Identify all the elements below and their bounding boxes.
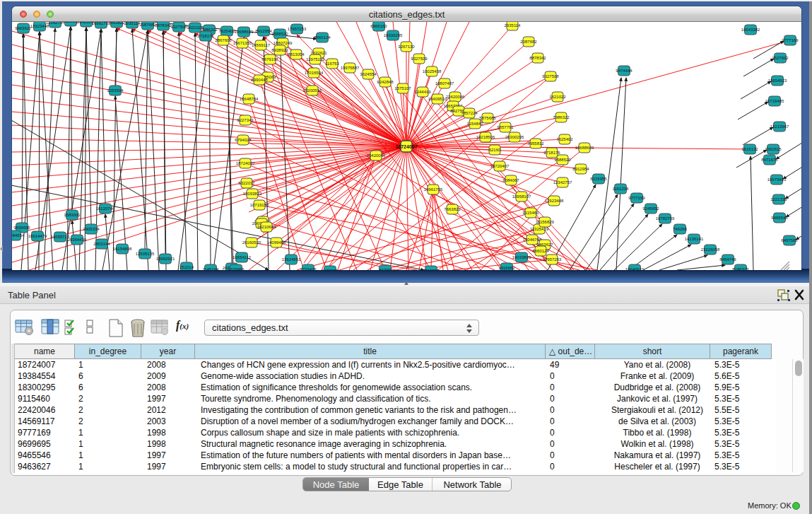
svg-text:8660124: 8660124: [314, 35, 331, 40]
svg-text:18300295: 18300295: [384, 33, 403, 37]
svg-text:9327508: 9327508: [542, 74, 559, 78]
svg-text:1362615: 1362615: [765, 147, 782, 151]
svg-text:18724007: 18724007: [236, 161, 255, 165]
svg-text:14099486: 14099486: [267, 240, 286, 245]
svg-text:9245652: 9245652: [642, 206, 659, 211]
svg-text:7625402: 7625402: [218, 29, 235, 33]
svg-text:20364436: 20364436: [68, 238, 87, 242]
svg-text:3624554: 3624554: [360, 72, 377, 76]
svg-text:8878342: 8878342: [529, 56, 546, 60]
svg-text:7625402: 7625402: [556, 137, 573, 141]
svg-text:8454749: 8454749: [719, 257, 736, 262]
svg-text:8813054: 8813054: [288, 52, 305, 57]
svg-text:16210644: 16210644: [257, 225, 276, 229]
svg-text:16409510: 16409510: [428, 97, 447, 101]
svg-text:14136141: 14136141: [685, 237, 704, 241]
svg-text:1244419: 1244419: [414, 90, 431, 94]
svg-text:2718176: 2718176: [197, 34, 214, 38]
svg-text:1161204: 1161204: [613, 187, 630, 191]
svg-text:1353594: 1353594: [107, 88, 124, 93]
svg-text:23226058: 23226058: [701, 247, 720, 252]
svg-text:1916682: 1916682: [498, 266, 515, 270]
svg-text:6679197: 6679197: [261, 57, 278, 62]
svg-text:1615132: 1615132: [741, 147, 758, 151]
svg-text:8878342: 8878342: [155, 23, 172, 28]
svg-text:16640910: 16640910: [625, 267, 645, 270]
svg-text:41700: 41700: [379, 268, 392, 270]
svg-text:5322037: 5322037: [238, 181, 255, 185]
svg-text:16033809: 16033809: [512, 255, 531, 259]
svg-text:15720407: 15720407: [490, 164, 510, 168]
svg-text:11156829: 11156829: [536, 220, 554, 224]
svg-text:9777169: 9777169: [628, 196, 645, 200]
svg-text:1575107: 1575107: [394, 86, 411, 90]
svg-text:16914479: 16914479: [28, 234, 47, 238]
svg-text:8912954: 8912954: [255, 29, 272, 33]
svg-text:12342757: 12342757: [553, 180, 572, 185]
svg-text:14569117: 14569117: [252, 43, 271, 47]
svg-text:9227343: 9227343: [237, 118, 254, 122]
svg-text:9327508: 9327508: [170, 25, 187, 29]
svg-text:23420046: 23420046: [367, 153, 386, 158]
svg-text:2803144: 2803144: [93, 242, 110, 246]
svg-text:13524851: 13524851: [282, 257, 301, 262]
svg-text:11325419: 11325419: [530, 227, 549, 231]
svg-text:10654112: 10654112: [233, 255, 252, 259]
svg-text:7955812: 7955812: [527, 141, 544, 146]
svg-text:2905334: 2905334: [83, 227, 100, 231]
svg-text:10688609: 10688609: [575, 146, 594, 150]
svg-text:2867608: 2867608: [215, 38, 232, 42]
svg-text:1498222: 1498222: [322, 269, 339, 270]
svg-text:16671355: 16671355: [233, 41, 252, 45]
svg-text:2935114: 2935114: [124, 22, 141, 25]
svg-text:1583001: 1583001: [64, 213, 81, 217]
svg-text:12213967: 12213967: [770, 124, 789, 129]
svg-text:1154840: 1154840: [467, 122, 484, 126]
svg-text:9084067: 9084067: [502, 178, 519, 182]
svg-text:12505135: 12505135: [136, 252, 155, 256]
svg-text:10719155: 10719155: [250, 203, 269, 207]
svg-text:2087682: 2087682: [139, 23, 156, 27]
svg-text:7515526: 7515526: [423, 269, 440, 270]
svg-text:8912954: 8912954: [572, 167, 589, 171]
svg-text:6497568: 6497568: [781, 238, 798, 243]
svg-text:9777169: 9777169: [782, 38, 799, 42]
svg-text:1145194: 1145194: [203, 267, 220, 270]
svg-text:1527602: 1527602: [772, 56, 789, 60]
svg-text:6794028: 6794028: [235, 138, 252, 142]
svg-text:17957253: 17957253: [543, 257, 562, 262]
svg-text:7986322: 7986322: [553, 115, 570, 119]
svg-text:9657791: 9657791: [497, 125, 514, 129]
svg-text:7857224: 7857224: [461, 111, 478, 115]
svg-text:8990448: 8990448: [251, 78, 268, 82]
svg-text:7663822: 7663822: [108, 22, 125, 25]
svg-text:8938923: 8938923: [271, 48, 288, 52]
svg-text:9474444: 9474444: [616, 69, 632, 73]
svg-text:9327509: 9327509: [411, 57, 428, 61]
svg-text:10807487: 10807487: [435, 81, 454, 86]
svg-text:26160520: 26160520: [242, 240, 261, 245]
svg-text:2935114: 2935114: [505, 23, 522, 28]
svg-text:8471676: 8471676: [761, 158, 778, 162]
svg-text:10025438: 10025438: [423, 69, 442, 74]
svg-text:6966160: 6966160: [370, 24, 387, 28]
svg-text:9115460: 9115460: [523, 211, 540, 215]
svg-text:12975115: 12975115: [306, 57, 325, 62]
svg-text:10688609: 10688609: [235, 30, 254, 34]
svg-text:18807249: 18807249: [273, 41, 293, 45]
svg-text:1588520: 1588520: [271, 32, 288, 36]
svg-text:13654923: 13654923: [768, 78, 787, 83]
svg-text:116753: 116753: [325, 62, 339, 66]
svg-text:9329966: 9329966: [228, 267, 245, 270]
svg-text:1733436: 1733436: [300, 267, 317, 270]
svg-text:16543382: 16543382: [741, 28, 760, 32]
svg-text:7663822: 7663822: [444, 207, 461, 211]
svg-text:8215955: 8215955: [590, 177, 607, 181]
svg-text:16154808: 16154808: [113, 247, 132, 251]
svg-text:22420046: 22420046: [446, 95, 465, 99]
svg-text:12093823: 12093823: [243, 192, 262, 196]
svg-text:9699695: 9699695: [13, 226, 30, 230]
svg-text:62160: 62160: [489, 148, 501, 152]
svg-text:10973493: 10973493: [767, 177, 787, 182]
svg-text:8186323: 8186323: [732, 267, 749, 270]
